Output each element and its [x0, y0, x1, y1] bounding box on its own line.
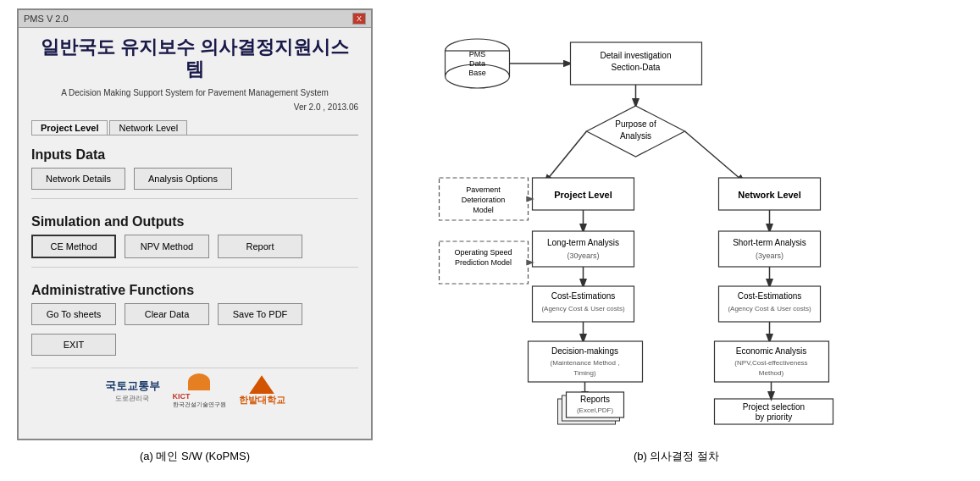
svg-text:Timing): Timing) — [573, 369, 596, 377]
svg-line-14 — [545, 131, 587, 182]
network-details-button[interactable]: Network Details — [31, 168, 125, 190]
software-window: PMS V 2.0 X 일반국도 유지보수 의사결정지원시스템 A Decisi… — [17, 8, 373, 440]
inputs-data-title: Inputs Data — [31, 147, 358, 163]
footer-logos: 국토교통부 도로관리국 KICT 한국건설기술연구원 한밭대학교 — [31, 368, 358, 414]
svg-text:Section-Data: Section-Data — [612, 63, 661, 72]
svg-text:Decision-makings: Decision-makings — [551, 346, 618, 356]
molit-subtext: 도로관리국 — [115, 394, 149, 403]
svg-text:Economic Analysis: Economic Analysis — [736, 346, 806, 356]
svg-text:(3years): (3years) — [756, 252, 783, 260]
divider-1 — [31, 198, 358, 199]
save-to-pdf-button[interactable]: Save To PDF — [218, 303, 302, 325]
svg-text:Method): Method) — [759, 369, 784, 377]
app-version: Ver 2.0 , 2013.06 — [31, 102, 358, 112]
inputs-buttons: Network Details Analysis Options — [31, 168, 358, 190]
svg-text:Cost-Estimations: Cost-Estimations — [738, 291, 802, 301]
svg-text:Operating Speed: Operating Speed — [454, 248, 512, 257]
svg-text:Analysis: Analysis — [620, 131, 651, 141]
svg-text:Model: Model — [473, 206, 494, 214]
svg-text:Project selection: Project selection — [743, 402, 805, 412]
admin-functions-title: Administrative Functions — [31, 283, 358, 298]
tab-bar: Project Level Network Level — [31, 120, 358, 135]
title-bar-text: PMS V 2.0 — [24, 14, 69, 24]
svg-text:Short-term Analysis: Short-term Analysis — [733, 238, 806, 247]
svg-text:Base: Base — [468, 69, 486, 77]
svg-text:Prediction Model: Prediction Model — [455, 258, 512, 267]
svg-text:(NPV,Cost-effectiveness: (NPV,Cost-effectiveness — [734, 359, 807, 367]
simulation-buttons: CE Method NPV Method Report — [31, 235, 358, 258]
app-subtitle: A Decision Making Support System for Pav… — [31, 88, 358, 97]
svg-text:Data: Data — [469, 59, 485, 68]
svg-text:by priority: by priority — [756, 412, 792, 422]
svg-text:Long-term Analysis: Long-term Analysis — [547, 238, 619, 247]
svg-text:Project Level: Project Level — [554, 190, 612, 200]
tab-network-level[interactable]: Network Level — [109, 120, 187, 135]
flowchart-panel: PMS Data Base Detail investigation Secti… — [390, 8, 963, 440]
window-content: 일반국도 유지보수 의사결정지원시스템 A Decision Making Su… — [19, 28, 371, 439]
admin-buttons: Go To sheets Clear Data Save To PDF EXIT — [31, 303, 358, 356]
svg-text:Reports: Reports — [580, 395, 610, 404]
report-button[interactable]: Report — [218, 235, 302, 258]
svg-text:(Agency Cost & User costs): (Agency Cost & User costs) — [728, 305, 811, 312]
analysis-options-button[interactable]: Analysis Options — [134, 168, 232, 190]
kict-label: KICT — [173, 392, 226, 401]
svg-text:(Excel,PDF): (Excel,PDF) — [577, 406, 613, 414]
go-to-sheets-button[interactable]: Go To sheets — [31, 303, 116, 325]
molit-text: 국토교통부 — [105, 379, 160, 394]
kict-text-wrap: KICT 한국건설기술연구원 — [173, 392, 226, 409]
svg-text:Cost-Estimations: Cost-Estimations — [551, 291, 616, 301]
svg-text:(30years): (30years) — [567, 252, 599, 260]
svg-rect-33 — [719, 231, 821, 267]
svg-text:Pavement: Pavement — [466, 185, 501, 194]
tab-project-level[interactable]: Project Level — [31, 120, 108, 135]
simulation-outputs-title: Simulation and Outputs — [31, 214, 358, 229]
npv-method-button[interactable]: NPV Method — [125, 235, 209, 258]
kict-sublabel: 한국건설기술연구원 — [173, 401, 226, 409]
divider-2 — [31, 267, 358, 268]
exit-button[interactable]: EXIT — [31, 334, 116, 356]
clear-data-button[interactable]: Clear Data — [125, 303, 209, 325]
logo-molit: 국토교통부 도로관리국 — [105, 379, 160, 403]
svg-text:(Maintenance Method ,: (Maintenance Method , — [551, 359, 620, 367]
svg-text:PMS: PMS — [469, 50, 486, 58]
title-bar: PMS V 2.0 X — [19, 10, 371, 28]
hanbal-text: 한밭대학교 — [239, 394, 285, 406]
svg-text:Purpose of: Purpose of — [615, 119, 656, 129]
svg-text:Deterioration: Deterioration — [462, 196, 506, 204]
svg-text:(Agency Cost & User costs): (Agency Cost & User costs) — [541, 305, 625, 312]
logo-kict: KICT 한국건설기술연구원 — [173, 373, 226, 409]
svg-text:Detail investigation: Detail investigation — [601, 51, 672, 60]
caption-left: (a) 메인 S/W (KoPMS) — [17, 449, 373, 464]
logo-hanbal: 한밭대학교 — [239, 375, 285, 406]
flowchart-svg: PMS Data Base Detail investigation Secti… — [394, 13, 959, 428]
svg-line-15 — [685, 131, 745, 182]
captions: (a) 메인 S/W (KoPMS) (b) 의사결정 절차 — [0, 449, 980, 464]
close-button[interactable]: X — [352, 13, 366, 25]
kict-icon — [188, 373, 210, 390]
caption-right: (b) 의사결정 절차 — [390, 449, 963, 464]
ce-method-button[interactable]: CE Method — [31, 235, 116, 258]
svg-rect-30 — [533, 231, 634, 267]
hanbal-icon — [249, 375, 274, 394]
app-title: 일반국도 유지보수 의사결정지원시스템 — [31, 36, 358, 81]
svg-text:Network Level: Network Level — [738, 190, 801, 200]
